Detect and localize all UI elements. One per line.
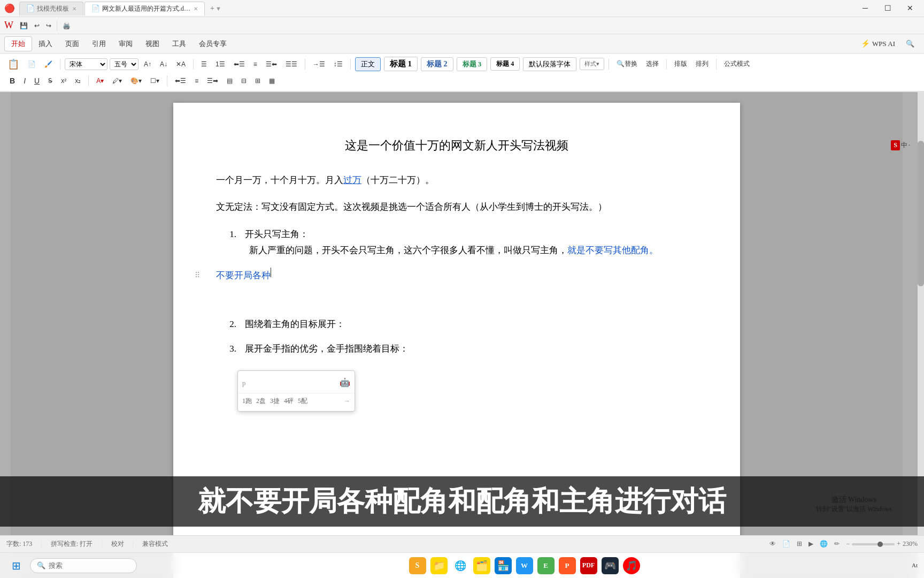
subscript-button[interactable]: x₂ bbox=[72, 76, 84, 86]
scrollbar-thumb[interactable] bbox=[918, 141, 924, 286]
align-center[interactable]: ≡ bbox=[250, 59, 260, 69]
view-icon-focus[interactable]: ⊞ bbox=[797, 540, 802, 548]
align-left[interactable]: ⬅☰ bbox=[230, 59, 248, 69]
taskbar-app-files[interactable]: 🗂️ bbox=[473, 557, 490, 574]
align-right2[interactable]: ☰➡ bbox=[204, 76, 221, 86]
style-more-button[interactable]: 样式▾ bbox=[580, 58, 604, 70]
view-icon-print[interactable]: 👁 bbox=[769, 540, 776, 548]
quick-save[interactable]: 💾 bbox=[17, 21, 31, 31]
ac-option-2[interactable]: 2盘 bbox=[256, 396, 266, 407]
zoom-out-button[interactable]: − bbox=[846, 540, 850, 548]
zoom-in-button[interactable]: + bbox=[897, 540, 900, 548]
format-painter[interactable]: 🖌️ bbox=[41, 59, 56, 69]
superscript-button[interactable]: x² bbox=[58, 76, 70, 86]
quick-undo[interactable]: ↩ bbox=[31, 21, 43, 31]
tab-findtemplate[interactable]: 📄 找模壳模板 ✕ bbox=[19, 2, 83, 16]
taskbar-app-game[interactable]: 🎵 bbox=[623, 557, 640, 574]
taskbar-app-wps-table[interactable]: E bbox=[537, 557, 555, 574]
align-justify2[interactable]: ▤ bbox=[224, 76, 236, 86]
taskbar-app-folder[interactable]: 📁 bbox=[430, 557, 448, 574]
window-close[interactable]: ✕ bbox=[900, 0, 920, 18]
view-icon-outline[interactable]: 📄 bbox=[782, 540, 790, 548]
ac-option-4[interactable]: 4砰 bbox=[284, 396, 294, 407]
ac-option-3[interactable]: 3捷 bbox=[270, 396, 280, 407]
align-center2[interactable]: ≡ bbox=[191, 76, 202, 86]
style-normal[interactable]: 正文 bbox=[355, 57, 381, 71]
taskbar-app-steam[interactable]: 🎮 bbox=[602, 557, 619, 574]
scrollbar[interactable] bbox=[918, 92, 924, 578]
menu-page[interactable]: 页面 bbox=[59, 37, 86, 51]
formula-button[interactable]: 公式模式 bbox=[721, 58, 753, 70]
layout-button[interactable]: 排版 bbox=[671, 58, 690, 70]
proofread-status[interactable]: 校对 bbox=[111, 539, 124, 549]
border-button[interactable]: ☐▾ bbox=[147, 76, 163, 86]
indent-increase[interactable]: →☰ bbox=[310, 59, 328, 69]
tab-findtemplate-close[interactable]: ✕ bbox=[72, 6, 76, 12]
menu-reference[interactable]: 引用 bbox=[86, 37, 112, 51]
tab-document[interactable]: 📄 网文新人最适用的开篇方式.d… ✕ bbox=[84, 2, 205, 16]
quick-redo[interactable]: ↪ bbox=[43, 21, 55, 31]
ac-option-5[interactable]: 5配 bbox=[298, 396, 307, 407]
quick-print[interactable]: 🖨️ bbox=[59, 21, 74, 31]
taskbar-app-wps-ppt[interactable]: P bbox=[559, 557, 576, 574]
tab-add-button[interactable]: + ▼ bbox=[206, 3, 226, 14]
clipboard-paste[interactable]: 📋 bbox=[4, 57, 22, 71]
distribute-button[interactable]: ⊟ bbox=[238, 76, 250, 86]
menu-tools[interactable]: 工具 bbox=[166, 37, 192, 51]
select-button[interactable]: 选择 bbox=[643, 58, 662, 70]
style-heading3[interactable]: 标题 3 bbox=[457, 57, 488, 71]
table-button[interactable]: ⊞ bbox=[252, 76, 264, 86]
menu-review[interactable]: 审阅 bbox=[112, 37, 139, 51]
line-spacing[interactable]: ↕☰ bbox=[330, 59, 346, 69]
taskbar-windows-button[interactable]: ⊞ bbox=[6, 556, 26, 575]
drag-handle[interactable]: ⠿ bbox=[195, 269, 200, 282]
align-justify[interactable]: ☰☰ bbox=[282, 59, 301, 69]
find-replace-button[interactable]: 🔍替换 bbox=[613, 58, 641, 70]
menu-search-button[interactable]: 🔍 bbox=[900, 34, 920, 54]
font-clear[interactable]: ✕A bbox=[173, 59, 189, 69]
view-icon-edit[interactable]: ✏ bbox=[834, 540, 840, 548]
ac-more-arrow[interactable]: → bbox=[344, 396, 350, 407]
document-main[interactable]: 这是一个价值十万的网文新人开头写法视频 一个月一万，十个月十万。月入过万（十万二… bbox=[11, 92, 903, 578]
bold-button[interactable]: B bbox=[6, 75, 18, 86]
zoom-control[interactable]: − + 230% bbox=[846, 540, 918, 548]
view-icon-web[interactable]: 🌐 bbox=[820, 540, 828, 548]
align-left2[interactable]: ⬅☰ bbox=[172, 76, 189, 86]
taskbar-search-bar[interactable]: 🔍 搜索 bbox=[30, 558, 137, 573]
list-unordered[interactable]: ☰ bbox=[198, 59, 210, 69]
taskbar-app-wps-writer[interactable]: W bbox=[516, 557, 533, 574]
align-right[interactable]: ☰⬅ bbox=[263, 59, 280, 69]
menu-view[interactable]: 视图 bbox=[139, 37, 166, 51]
underline-button[interactable]: U bbox=[31, 75, 43, 86]
link-guowan[interactable]: 过万 bbox=[343, 175, 361, 185]
style-heading2[interactable]: 标题 2 bbox=[421, 57, 453, 71]
italic-button[interactable]: I bbox=[20, 75, 29, 86]
tab-document-close[interactable]: ✕ bbox=[194, 6, 198, 12]
style-heading4[interactable]: 标题 4 bbox=[490, 57, 520, 71]
border2-button[interactable]: ▦ bbox=[266, 76, 278, 86]
view-icon-play[interactable]: ▶ bbox=[808, 540, 813, 548]
menu-start[interactable]: 开始 bbox=[4, 36, 32, 51]
taskbar-app-soupang[interactable]: S bbox=[409, 557, 426, 574]
font-size-select[interactable]: 五号 bbox=[110, 58, 138, 70]
list-ordered[interactable]: 1☰ bbox=[212, 59, 228, 69]
font-grow[interactable]: A↑ bbox=[141, 59, 155, 69]
menu-insert[interactable]: 插入 bbox=[32, 37, 59, 51]
font-name-select[interactable]: 宋体 bbox=[65, 58, 107, 70]
window-maximize[interactable]: ☐ bbox=[878, 0, 897, 18]
spell-check-status[interactable]: 拼写检查: 打开 bbox=[51, 539, 93, 549]
highlight-button[interactable]: 🖊▾ bbox=[109, 76, 125, 86]
style-default-font[interactable]: 默认段落字体 bbox=[523, 57, 576, 71]
taskbar-app-chrome[interactable]: 🌐 bbox=[452, 557, 469, 574]
zoom-slider[interactable] bbox=[852, 543, 895, 545]
autocomplete-popup[interactable]: p 🤖 1跑 2盘 3捷 4砰 5配 → bbox=[237, 370, 355, 412]
sort-button[interactable]: 排列 bbox=[692, 58, 712, 70]
font-color-button[interactable]: A▾ bbox=[93, 76, 107, 86]
clipboard-copy[interactable]: 📄 bbox=[25, 59, 39, 69]
document-page[interactable]: 这是一个价值十万的网文新人开头写法视频 一个月一万，十个月十万。月入过万（十万二… bbox=[173, 103, 740, 578]
cursor-line[interactable]: ⠿ 不要开局各种 bbox=[216, 268, 697, 284]
ac-option-1[interactable]: 1跑 bbox=[242, 396, 252, 407]
shading-button[interactable]: 🎨▾ bbox=[127, 76, 145, 86]
taskbar-app-wps-pdf[interactable]: PDF bbox=[580, 557, 597, 574]
compat-mode-status[interactable]: 兼容模式 bbox=[142, 539, 168, 549]
